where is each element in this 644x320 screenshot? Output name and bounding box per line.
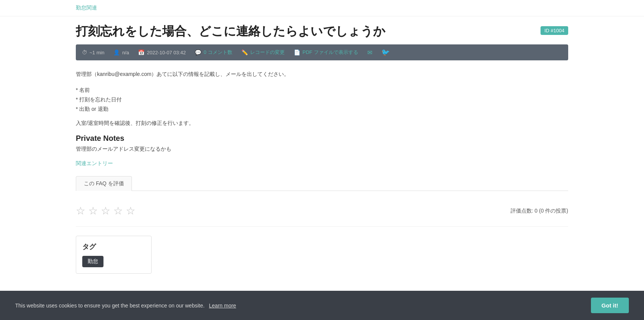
star-1[interactable]: ☆ <box>76 205 85 217</box>
cookie-got-it-button[interactable]: Got it! <box>591 298 629 304</box>
main-content: 打刻忘れをした場合、どこに連絡したらよいでしょうか ID #1004 ⏱ ~1 … <box>0 16 644 304</box>
cookie-banner: This website uses cookies to ensure you … <box>0 291 644 304</box>
meta-author: 👤 n/a <box>113 49 129 55</box>
private-notes-text: 管理部のメールアドレス変更になるかも <box>76 146 568 153</box>
person-icon: 👤 <box>113 49 120 55</box>
meta-change-log-value: レコードの変更 <box>250 49 285 56</box>
rating-score: 評価点数: 0 (0 件の投票) <box>511 208 568 214</box>
tags-title: タグ <box>82 242 145 251</box>
breadcrumb-link[interactable]: 勤怠関連 <box>76 5 97 11</box>
page-title: 打刻忘れをした場合、どこに連絡したらよいでしょうか <box>76 24 534 38</box>
body-closing-text: 入室/退室時間を確認後、打刻の修正を行います。 <box>76 118 568 128</box>
clock-icon: ⏱ <box>82 49 87 55</box>
meta-time: ⏱ ~1 min <box>82 49 104 55</box>
tag-item[interactable]: 勤怠 <box>82 256 103 267</box>
meta-date: 📅 2022-10-07 03:42 <box>138 49 186 55</box>
meta-bar: ⏱ ~1 min 👤 n/a 📅 2022-10-07 03:42 💬 0 コメ… <box>76 44 568 60</box>
body-list: * 名前 * 打刻を忘れた日付 * 出勤 or 退勤 <box>76 85 568 114</box>
calendar-icon: 📅 <box>138 49 144 55</box>
title-row: 打刻忘れをした場合、どこに連絡したらよいでしょうか ID #1004 <box>76 24 568 38</box>
star-5[interactable]: ☆ <box>126 205 135 217</box>
star-3[interactable]: ☆ <box>101 205 110 217</box>
cookie-learn-more[interactable]: Learn more <box>209 303 236 304</box>
body-intro: 管理部（kanribu@example.com）あてに以下の情報を記載し、メール… <box>76 69 568 79</box>
cookie-text: This website uses cookies to ensure you … <box>15 303 236 304</box>
meta-comments[interactable]: 💬 0 コメント数 <box>195 49 232 56</box>
body-intro-text: 管理部（kanribu@example.com）あてに以下の情報を記載し、メール… <box>76 69 568 79</box>
star-rating[interactable]: ☆ ☆ ☆ ☆ ☆ <box>76 205 135 217</box>
breadcrumb: 勤怠関連 <box>0 0 644 16</box>
list-item: * 名前 <box>76 85 568 95</box>
pdf-icon: 📄 <box>294 49 300 55</box>
tab-rate-faq[interactable]: この FAQ を評価 <box>76 176 132 191</box>
list-item: * 出勤 or 退勤 <box>76 104 568 114</box>
rating-tabs: この FAQ を評価 <box>76 176 568 191</box>
body-closing: 入室/退室時間を確認後、打刻の修正を行います。 <box>76 118 568 128</box>
meta-twitter[interactable]: 🐦 <box>381 48 390 57</box>
meta-time-value: ~1 min <box>89 50 104 55</box>
list-item: * 打刻を忘れた日付 <box>76 95 568 104</box>
star-4[interactable]: ☆ <box>113 205 123 217</box>
star-2[interactable]: ☆ <box>88 205 98 217</box>
tags-section: タグ 勤怠 <box>76 236 568 274</box>
meta-comments-value: 0 コメント数 <box>204 49 232 56</box>
meta-mail[interactable]: ✉ <box>367 49 372 56</box>
id-badge: ID #1004 <box>541 26 568 35</box>
meta-change-log[interactable]: ✏️ レコードの変更 <box>241 49 285 56</box>
mail-icon: ✉ <box>367 49 372 56</box>
comment-icon: 💬 <box>195 49 201 55</box>
meta-date-value: 2022-10-07 03:42 <box>147 50 186 55</box>
tags-box: タグ 勤怠 <box>76 236 152 274</box>
related-entries-link[interactable]: 関連エントリー <box>76 160 568 167</box>
twitter-icon: 🐦 <box>381 48 390 57</box>
meta-pdf-value: PDF ファイルで表示する <box>302 49 358 56</box>
private-notes-title: Private Notes <box>76 134 568 143</box>
cookie-message: This website uses cookies to ensure you … <box>15 303 205 304</box>
meta-author-value: n/a <box>122 50 129 55</box>
rating-area: ☆ ☆ ☆ ☆ ☆ 評価点数: 0 (0 件の投票) <box>76 199 568 227</box>
pencil-icon: ✏️ <box>241 49 248 55</box>
meta-pdf[interactable]: 📄 PDF ファイルで表示する <box>294 49 358 56</box>
